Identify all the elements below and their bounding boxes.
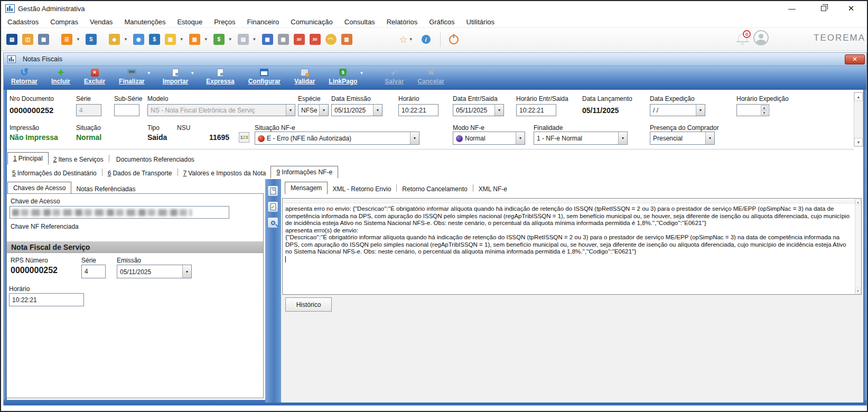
notificacoes-icon[interactable]: 0: [736, 31, 749, 45]
consulta-empresa-icon[interactable]: [341, 34, 352, 45]
serie-input[interactable]: 4: [76, 104, 101, 116]
finalidade-dropdown-icon[interactable]: ▼: [618, 132, 627, 144]
agenda-icon[interactable]: [38, 34, 49, 45]
linkpago-button[interactable]: $ LinkPago: [329, 68, 357, 85]
especie-select[interactable]: NFSe▼: [298, 104, 329, 116]
modo-nfe-select[interactable]: Normal ▼: [453, 132, 525, 145]
servicos-icon[interactable]: [86, 34, 97, 45]
notas-icon[interactable]: [6, 34, 17, 45]
mensagem-scrollbar[interactable]: ▲ ▼: [855, 199, 861, 294]
pesquisar-tool-button[interactable]: [267, 217, 278, 228]
presenca-comprador-dropdown-icon[interactable]: ▼: [705, 132, 714, 144]
header-scrollbar[interactable]: ▲ ▼: [854, 92, 863, 147]
compras-icon[interactable]: [109, 34, 120, 45]
tab-principal[interactable]: 1Principal: [7, 152, 49, 165]
minimize-button[interactable]: —: [780, 1, 804, 16]
favoritos-icon[interactable]: ☆: [399, 34, 408, 45]
horario-input[interactable]: 10:22:21: [398, 104, 438, 116]
rps-serie-input[interactable]: 4: [81, 265, 106, 278]
tab-mensagem[interactable]: Mensagem: [285, 182, 328, 194]
mensagem-textbox[interactable]: apresenta erro no envio: {''Descricao'':…: [282, 198, 862, 295]
tab-informacoes-destinatario[interactable]: 5Informações do Destinatário: [7, 167, 101, 179]
finalizar-dropdown-icon[interactable]: ▼: [147, 71, 151, 76]
restore-button[interactable]: [812, 1, 835, 16]
tab-valores-impostos[interactable]: 7Valores e Impostos da Nota: [179, 167, 271, 179]
scroll-down-icon[interactable]: ▼: [854, 138, 863, 146]
incluir-button[interactable]: + Incluir: [51, 68, 70, 85]
menu-cadastros[interactable]: Cadastros: [7, 18, 39, 26]
tab-dados-transporte[interactable]: 6Dados de Transporte: [103, 167, 177, 179]
modelo-select[interactable]: NS - Nota Fiscal Eletrônica de Serviç▼: [147, 104, 295, 116]
modelo-dropdown-icon[interactable]: ▼: [286, 105, 295, 116]
validar-button[interactable]: Validar: [294, 68, 315, 85]
left-horario-input[interactable]: 10:22:21: [9, 293, 84, 306]
menu-estoque[interactable]: Estoque: [177, 18, 202, 26]
close-button[interactable]: ✕: [839, 1, 863, 16]
calculadora-azul-icon[interactable]: [262, 34, 273, 45]
spinner-up-icon[interactable]: ▲: [761, 105, 768, 110]
emissao-select[interactable]: 05/11/2025 ▼: [117, 265, 192, 278]
menu-graficos[interactable]: Gráficos: [429, 18, 454, 26]
horario-expedicao-spinner[interactable]: ▲ ▼: [736, 104, 769, 116]
tab-chaves-acesso[interactable]: Chaves de Acesso: [7, 182, 71, 194]
precos-icon[interactable]: [149, 34, 160, 45]
menu-comunicacao[interactable]: Comunicação: [291, 18, 333, 26]
modo-nfe-dropdown-icon[interactable]: ▼: [516, 132, 525, 144]
documento-tool-button[interactable]: [267, 185, 278, 196]
mensagem-scroll-up-icon[interactable]: ▲: [855, 199, 861, 205]
linkpago-dropdown-icon[interactable]: ▼: [359, 71, 363, 76]
calendario-config-icon[interactable]: [310, 34, 321, 45]
data-entr-saida-dropdown-icon[interactable]: ▼: [494, 105, 503, 116]
caixa-icon[interactable]: [238, 34, 249, 45]
data-emissao-select[interactable]: 05/11/2025▼: [331, 104, 382, 116]
data-expedicao-select[interactable]: / /▼: [650, 104, 705, 116]
menu-utilitarios[interactable]: Utilitários: [466, 18, 494, 26]
cadeado-icon[interactable]: [325, 34, 337, 45]
situacao-nfe-select[interactable]: E - Erro (NFE não Autorizada) ▼: [255, 132, 419, 145]
tab-informacoes-nfe[interactable]: 9Informações NF-e: [270, 166, 338, 179]
importar-dropdown-icon[interactable]: ▼: [190, 71, 194, 76]
caixa-dropdown-icon[interactable]: ▼: [253, 37, 257, 42]
compras-dropdown-icon[interactable]: ▼: [124, 37, 128, 42]
data-emissao-dropdown-icon[interactable]: ▼: [373, 105, 382, 116]
tab-retorno-cancelamento[interactable]: Retorno Cancelamento: [397, 183, 472, 194]
finalizar-button[interactable]: Finalizar: [119, 68, 145, 85]
excluir-button[interactable]: ✕ Excluir: [84, 68, 105, 85]
menu-financeiro[interactable]: Financeiro: [247, 18, 279, 26]
tab-xml-retorno-envio[interactable]: XML - Retorno Envio: [328, 183, 396, 194]
presenca-comprador-select[interactable]: Presencial ▼: [650, 132, 715, 145]
importar-button[interactable]: Importar: [163, 68, 189, 85]
clientes-icon[interactable]: [22, 34, 33, 45]
carrinho-dropdown-icon[interactable]: ▼: [180, 37, 184, 42]
menu-precos[interactable]: Preços: [214, 18, 235, 26]
menu-vendas[interactable]: Vendas: [90, 18, 113, 26]
validar-documento-tool-button[interactable]: ✓: [267, 201, 278, 212]
menu-compras[interactable]: Compras: [50, 18, 78, 26]
usuario-icon[interactable]: [753, 30, 769, 45]
info-icon[interactable]: i: [422, 35, 431, 44]
expressa-button[interactable]: Expressa: [206, 68, 234, 85]
calendario-30-icon[interactable]: [294, 34, 305, 45]
vendedor-icon[interactable]: [133, 34, 144, 45]
nsu-sequencia-icon[interactable]: 123: [239, 132, 249, 143]
tab-xml-nfe[interactable]: XML NF-e: [474, 183, 512, 194]
finalidade-select[interactable]: 1 - NF-e Normal ▼: [534, 132, 628, 145]
chave-acesso-input[interactable]: [10, 206, 229, 219]
situacao-nfe-dropdown-icon[interactable]: ▼: [410, 132, 419, 144]
carrinho-icon[interactable]: [165, 34, 176, 45]
produtos-dropdown-icon[interactable]: ▼: [204, 37, 208, 42]
data-expedicao-dropdown-icon[interactable]: ▼: [696, 105, 705, 116]
menu-relatorios[interactable]: Relatórios: [387, 18, 418, 26]
especie-dropdown-icon[interactable]: ▼: [319, 105, 328, 116]
data-entr-saida-select[interactable]: 05/11/2025▼: [453, 104, 504, 116]
menu-consultas[interactable]: Consultas: [344, 18, 375, 26]
horario-entr-saida-input[interactable]: 10:22:21: [516, 104, 556, 116]
historico-button[interactable]: Histórico: [285, 297, 332, 312]
configurar-button[interactable]: Configurar: [248, 68, 281, 85]
sub-serie-input[interactable]: [114, 104, 139, 116]
retornar-button[interactable]: ↺ Retornar: [11, 68, 38, 85]
estrutura-dropdown-icon[interactable]: ▼: [76, 37, 80, 42]
tab-notas-referenciadas[interactable]: Notas Referênciadas: [71, 183, 140, 194]
menu-manutencoes[interactable]: Manutenções: [124, 18, 165, 26]
produtos-icon[interactable]: [189, 34, 200, 45]
